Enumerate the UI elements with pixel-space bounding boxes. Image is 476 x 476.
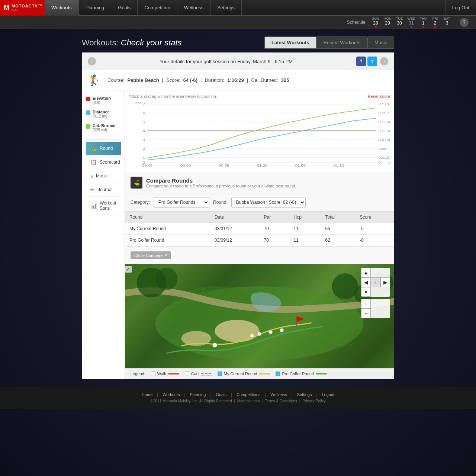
legend-calories: Cal. Burned (325 cal) [86,123,121,132]
footer-link-goals[interactable]: Goals [216,392,226,397]
footer-link-wellness[interactable]: Wellness [270,392,287,397]
schedule-days: SUN 28 MON 29 TUE 30 WED 31 THU 1 FRI 2 [370,17,452,28]
pro-round-checkbox[interactable]: ✓ [276,372,280,376]
svg-text:-5: -5 [388,138,390,142]
cell-score-2: -8 [355,235,394,246]
nav-logout-button[interactable]: Log Out [445,0,476,16]
chart-controls: *Click and drag within the area below to… [129,94,390,99]
separator-3: | [247,77,248,83]
reset-zoom-button[interactable]: Reset Zoom [368,94,390,99]
session-next-button[interactable]: › [380,57,388,65]
svg-text:0: 0 [388,129,390,133]
distance-label: Distance [93,110,110,114]
map-zoom-out-button[interactable]: − [361,309,371,318]
map-center-button[interactable]: · [371,277,380,287]
nav-item-wellness[interactable]: Wellness [177,0,211,16]
svg-text:7: 7 [143,102,145,106]
footer: Home | Workouts | Planning | Goals | Com… [0,387,476,409]
facebook-share-button[interactable]: f [356,57,366,66]
map-pan-left-button[interactable]: ◀ [361,277,371,287]
footer-link-competitions[interactable]: Competitions [237,392,260,397]
workout-stats-label: Workout Stats [100,200,116,211]
footer-link-terms[interactable]: Terms & Conditions [265,399,297,403]
svg-point-48 [258,332,261,336]
round-icon: ⛳ [90,145,97,151]
twitter-share-button[interactable]: t [367,57,377,66]
footer-link-privacy[interactable]: Privacy Policy [302,399,325,403]
tab-latest-workouts[interactable]: Latest Workouts [264,36,316,49]
nav-item-settings[interactable]: Settings [210,0,242,16]
tab-music[interactable]: Music [367,36,394,49]
svg-text:0.15: 0.15 [379,111,387,115]
legend-panel: Elevation (0 ft) Distance (0.12 mi) Cal.… [82,90,125,379]
schedule-day-sun[interactable]: SUN 28 [370,17,381,28]
schedule-day-fri[interactable]: FRI 2 [430,17,440,28]
logo[interactable]: M MOTOACTV™ Beta [0,0,45,16]
legend-my-round: ✓ My Current Round [218,372,270,376]
schedule-day-sat[interactable]: SAT 3 [442,17,452,28]
distance-color-swatch [86,110,90,115]
sidenav-round[interactable]: ⛳ Round [86,142,121,155]
table-row: Pro Golfer Round 03/09/12 70 11 62 -8 [125,235,394,246]
help-button[interactable]: ? [460,18,469,27]
schedule-label: Schedule: [347,20,367,25]
footer-link-workouts[interactable]: Workouts [163,392,180,397]
scorecard-label: Scorecard [100,160,120,165]
tab-recent-workouts[interactable]: Recent Workouts [316,36,367,49]
col-date: Date [210,212,260,223]
map-area[interactable]: ⤢ ▲ ◀ · ▶ ▼ [125,264,394,368]
session-title: Your details for your golf session on Fr… [96,59,356,64]
svg-text:0.05: 0.05 [379,147,387,151]
footer-links: Home | Workouts | Planning | Goals | Com… [11,392,465,397]
sidenav-music[interactable]: ♪ Music [86,169,121,183]
app-name: MOTOACTV [12,4,38,8]
session-prev-button[interactable]: ‹ [88,57,96,65]
sidenav-workout-stats[interactable]: 📊 Workout Stats [86,197,121,215]
page-title: Workouts: Check your stats [82,38,182,48]
close-compare-button[interactable]: Close Compare ✕ [131,251,171,259]
col-par: Par [260,212,289,223]
chart-area[interactable]: *Click and drag within the area below to… [125,90,394,172]
cart-checkbox[interactable] [185,372,189,376]
footer-link-logout[interactable]: Logout [322,392,334,397]
round-filter-select[interactable]: Bubba Watson | Score: 62 (-8) Tiger Wood… [231,197,306,208]
map-pan-up-button[interactable]: ▲ [361,268,371,277]
footer-link-settings[interactable]: Settings [297,392,312,397]
col-total: Total [321,212,356,223]
chart-svg[interactable]: 7 6 5 4 3 2 1 0 cal 0.175 0.15 0.125 [129,100,390,167]
session-social: f t [356,57,377,66]
my-round-checkbox[interactable]: ✓ [218,372,222,376]
nav-item-competition[interactable]: Competition [138,0,177,16]
map-pan-down-button[interactable]: ▼ [361,287,371,297]
walk-label: Walk [157,372,166,376]
nav-item-planning[interactable]: Planning [79,0,112,16]
pipe-7: | [316,392,317,397]
schedule-day-wed[interactable]: WED 31 [406,17,416,28]
nav-item-goals[interactable]: Goals [111,0,138,16]
map-zoom-in-button[interactable]: + [361,299,371,309]
side-nav-container: ⛳ Round 📋 Scorecard ♪ Music ✏ Journal [86,139,121,215]
footer-link-planning[interactable]: Planning [190,392,206,397]
cal-label: Cal. Burned: [251,77,278,83]
svg-text:⤢: ⤢ [126,267,130,272]
sidenav-journal[interactable]: ✏ Journal [86,183,121,197]
schedule-day-mon[interactable]: MON 29 [382,17,393,28]
compare-section: ⛳ Compare Rounds Compare your round to a… [125,172,394,264]
map-pan-right-button[interactable]: ▶ [380,277,390,287]
page-header: Workouts: Check your stats Latest Workou… [82,36,394,49]
calories-value: (325 cal) [93,128,116,132]
walk-checkbox[interactable] [151,372,155,376]
sidenav-scorecard[interactable]: 📋 Scorecard [86,155,121,169]
beta-label: Beta [12,9,42,12]
schedule-day-thu[interactable]: THU 1 [418,17,428,28]
pipe-10: | [299,399,300,403]
category-filter-select[interactable]: Pro Golfer Rounds My Previous Rounds All… [154,197,209,208]
footer-link-motorola[interactable]: Motorola.com [237,399,260,403]
calories-color-swatch [86,124,90,129]
footer-link-home[interactable]: Home [142,392,152,397]
svg-text:0: 0 [379,161,381,164]
cell-score-1: -5 [355,223,394,235]
schedule-day-tue[interactable]: TUE 30 [394,17,405,28]
nav-item-workouts[interactable]: Workouts [45,0,79,16]
pipe-5: | [265,392,266,397]
